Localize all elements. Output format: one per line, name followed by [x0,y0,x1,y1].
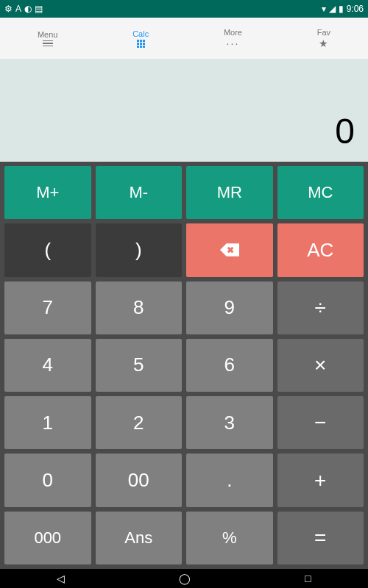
multiply-button[interactable]: × [277,339,364,392]
digit-00-button[interactable]: 00 [96,453,183,506]
backspace-icon [220,243,239,257]
menu-icon [43,40,53,47]
digit-9-button[interactable]: 9 [186,282,273,334]
wifi-icon: ▾ [322,4,326,14]
memory-minus-button[interactable]: M- [96,166,183,219]
digit-1-button[interactable]: 1 [4,396,91,449]
nav-back-icon[interactable]: ◁ [57,573,65,584]
star-icon: ★ [319,38,328,49]
calc-display: 0 [0,59,368,162]
doc-icon: ▤ [35,4,43,14]
signal-icon: ◢ [329,4,336,14]
nav-recent-icon[interactable]: □ [305,573,311,584]
tab-bar: Menu Calc More ··· Fav ★ [0,18,368,59]
memory-recall-button[interactable]: MR [186,166,273,219]
digit-4-button[interactable]: 4 [4,339,91,392]
keypad: M+ M- MR MC ( ) AC 7 8 9 ÷ 4 5 6 × 1 2 3… [0,162,368,569]
nav-home-icon[interactable]: ◯ [179,573,191,584]
status-bar: ⚙ A ◐ ▤ ▾ ◢ ▮ 9:06 [0,0,368,18]
digit-0-button[interactable]: 0 [4,453,91,506]
letter-icon: A [15,4,21,14]
battery-icon: ▮ [339,4,344,14]
equals-button[interactable]: = [277,512,364,564]
tab-calc-label: Calc [132,29,149,38]
tab-fav[interactable]: Fav ★ [317,28,330,49]
tab-more[interactable]: More ··· [224,28,242,49]
tab-calc[interactable]: Calc [132,29,149,48]
decimal-button[interactable]: . [186,453,273,506]
sync-icon: ◐ [24,4,32,14]
digit-8-button[interactable]: 8 [96,282,183,334]
digit-3-button[interactable]: 3 [186,396,273,449]
digit-6-button[interactable]: 6 [186,339,273,392]
digit-7-button[interactable]: 7 [4,282,91,334]
tab-fav-label: Fav [317,28,330,37]
divide-button[interactable]: ÷ [277,282,364,334]
status-time: 9:06 [347,4,364,14]
grid-icon [137,40,145,48]
digit-2-button[interactable]: 2 [96,396,183,449]
paren-close-button[interactable]: ) [96,223,183,276]
dots-icon: ··· [227,38,240,49]
digit-5-button[interactable]: 5 [96,339,183,392]
ans-button[interactable]: Ans [96,512,183,564]
paren-open-button[interactable]: ( [4,223,91,276]
tab-menu-label: Menu [38,30,58,39]
plus-button[interactable]: + [277,453,364,506]
all-clear-button[interactable]: AC [277,223,364,276]
digit-000-button[interactable]: 000 [4,512,91,564]
tab-menu[interactable]: Menu [38,30,58,47]
minus-button[interactable]: − [277,396,364,449]
percent-button[interactable]: % [186,512,273,564]
settings-icon: ⚙ [4,4,13,14]
backspace-button[interactable] [186,223,273,276]
memory-clear-button[interactable]: MC [277,166,364,219]
android-nav-bar: ◁ ◯ □ [0,569,368,588]
tab-more-label: More [224,28,242,37]
memory-plus-button[interactable]: M+ [4,166,91,219]
